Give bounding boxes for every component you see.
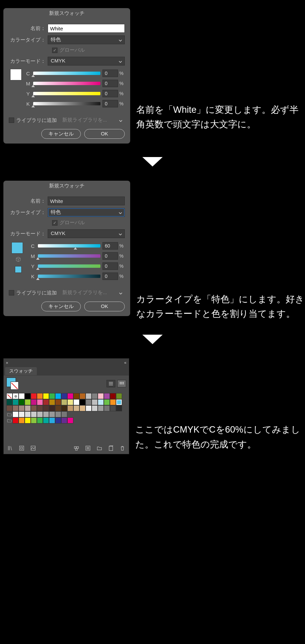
swatch-cell[interactable] [13, 417, 19, 423]
swatch-cell[interactable] [73, 399, 79, 405]
colortype-select[interactable]: 特色 [48, 208, 125, 217]
swatch-cell[interactable] [116, 393, 122, 399]
swatch-cell[interactable] [37, 399, 43, 405]
k-value[interactable] [102, 273, 118, 280]
swatch-kinds-icon[interactable] [19, 445, 25, 451]
swatch-cell[interactable] [37, 405, 43, 411]
swatch-cell[interactable] [19, 399, 25, 405]
swatch-cell[interactable] [98, 393, 104, 399]
swatch-cell[interactable] [13, 411, 19, 417]
swatch-cell[interactable] [61, 399, 67, 405]
swatch-cell[interactable] [110, 393, 116, 399]
color-mode-select[interactable]: CMYK [48, 229, 125, 238]
folder-icon[interactable] [6, 411, 13, 417]
k-slider[interactable] [33, 102, 100, 105]
color-group-icon[interactable] [73, 445, 79, 451]
swatch-cell[interactable] [43, 393, 49, 399]
swatch-cell[interactable] [79, 399, 86, 405]
grid-view-button[interactable] [117, 380, 126, 387]
swatch-cell[interactable] [13, 399, 19, 405]
m-value[interactable] [102, 252, 118, 260]
swatch-cell[interactable] [86, 405, 92, 411]
new-color-group-icon[interactable] [96, 445, 102, 451]
swatch-cell[interactable] [55, 393, 61, 399]
m-value[interactable] [102, 80, 118, 87]
swatch-cell[interactable] [31, 399, 37, 405]
global-checkbox[interactable]: ✓ [52, 48, 57, 53]
y-slider[interactable] [33, 92, 100, 95]
swatch-cell[interactable] [19, 411, 25, 417]
swatch-cell[interactable] [25, 411, 31, 417]
swatch-cell[interactable] [37, 411, 43, 417]
swatch-cell[interactable] [61, 417, 67, 423]
swatch-cell[interactable] [49, 399, 55, 405]
new-swatch-icon[interactable] [108, 445, 114, 451]
swatch-cell[interactable] [55, 399, 61, 405]
swatch-cell[interactable] [6, 405, 13, 411]
c-value[interactable] [102, 242, 118, 250]
swatch-cell[interactable] [49, 393, 55, 399]
swatch-cell[interactable] [37, 393, 43, 399]
ok-button[interactable]: OK [84, 129, 125, 139]
swatch-cell[interactable]: ⊕ [13, 393, 19, 399]
swatch-cell[interactable] [55, 417, 61, 423]
swatch-cell[interactable] [92, 393, 98, 399]
m-slider[interactable] [33, 82, 100, 85]
library-select[interactable]: 新規ライブラリを... [60, 289, 125, 297]
name-input[interactable] [48, 197, 125, 205]
panel-menu-icon[interactable]: « [124, 360, 127, 365]
name-input[interactable] [48, 24, 125, 33]
swatch-cell[interactable] [25, 393, 31, 399]
swatch-cell[interactable] [55, 411, 61, 417]
swatch-cell[interactable] [98, 405, 104, 411]
swatch-cell[interactable] [104, 405, 110, 411]
swatch-cell[interactable] [6, 393, 13, 399]
swatch-cell[interactable] [61, 393, 67, 399]
cancel-button[interactable]: キャンセル [41, 302, 81, 311]
swatch-cell[interactable] [110, 405, 116, 411]
swatch-cell[interactable] [67, 393, 73, 399]
swatch-cell[interactable] [104, 399, 110, 405]
swatch-cell[interactable] [49, 417, 55, 423]
cancel-button[interactable]: キャンセル [41, 129, 81, 139]
current-color-icon[interactable] [6, 378, 19, 390]
swatch-cell[interactable] [73, 405, 79, 411]
swatch-cell[interactable] [86, 399, 92, 405]
swatch-cell[interactable] [92, 399, 98, 405]
library-select[interactable]: 新規ライブラリを... [60, 116, 125, 124]
list-view-button[interactable] [107, 380, 115, 387]
colortype-select[interactable]: 特色 [48, 35, 125, 44]
swatch-cell[interactable] [67, 405, 73, 411]
swatch-cell[interactable] [55, 405, 61, 411]
folder-icon[interactable] [6, 417, 13, 423]
swatch-cell[interactable] [43, 399, 49, 405]
c-slider[interactable] [33, 72, 100, 75]
m-slider[interactable] [38, 254, 100, 258]
y-value[interactable] [102, 90, 118, 97]
swatch-cell[interactable] [25, 399, 31, 405]
swatch-cell[interactable] [86, 393, 92, 399]
swatch-cell[interactable] [31, 417, 37, 423]
c-value[interactable] [102, 70, 118, 77]
swatch-cell[interactable] [25, 405, 31, 411]
swatch-cell[interactable] [110, 399, 116, 405]
swatch-cell[interactable] [79, 393, 86, 399]
tab-swatches[interactable]: スウォッチ [5, 367, 37, 375]
global-checkbox[interactable]: ✓ [52, 220, 57, 226]
swatch-libraries-icon[interactable] [7, 445, 13, 451]
k-slider[interactable] [38, 275, 100, 278]
swatch-cell[interactable] [67, 399, 73, 405]
swatch-cell[interactable] [116, 405, 122, 411]
swatch-cell[interactable] [61, 411, 67, 417]
y-value[interactable] [102, 262, 118, 270]
color-mode-select[interactable]: CMYK [48, 57, 125, 66]
swatch-cell[interactable] [67, 417, 73, 423]
swatch-cell[interactable] [49, 405, 55, 411]
swatch-cell[interactable] [98, 399, 104, 405]
swatch-cell[interactable] [25, 417, 31, 423]
close-icon[interactable]: × [6, 360, 8, 365]
y-slider[interactable] [38, 264, 100, 268]
swatch-cell[interactable] [61, 405, 67, 411]
swatch-cell[interactable] [92, 405, 98, 411]
add-to-library-checkbox[interactable]: ✓ [9, 118, 14, 123]
